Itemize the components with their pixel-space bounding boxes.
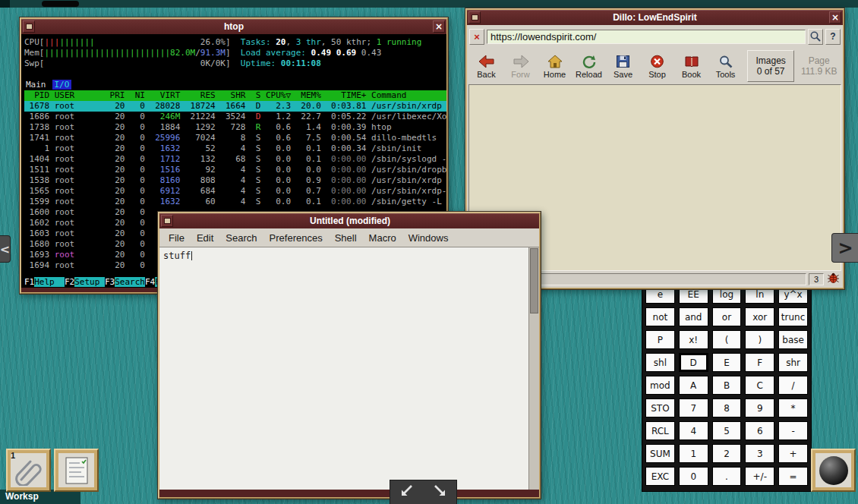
- editor-titlebar[interactable]: Untitled (modified): [159, 213, 539, 228]
- calc-key-dot[interactable]: .: [712, 467, 742, 486]
- process-row[interactable]: 1404 root 20 0 1712 132 68 S 0.0 0.1 0:0…: [24, 154, 446, 165]
- calc-key-shl[interactable]: shl: [645, 353, 675, 372]
- horizontal-scrollbar[interactable]: [159, 490, 539, 497]
- scrollbar-thumb[interactable]: [530, 248, 538, 313]
- calc-key-base[interactable]: base: [778, 330, 808, 349]
- process-row[interactable]: 1565 root 20 0 6912 684 4 S 0.0 0.7 0:00…: [24, 186, 446, 197]
- calc-key-not[interactable]: not: [645, 307, 675, 326]
- edge-scroll-right[interactable]: >: [831, 233, 858, 263]
- calc-key-2[interactable]: 2: [712, 444, 742, 463]
- process-row[interactable]: 1741 root 20 0 25996 7024 8 S 0.6 7.5 0:…: [24, 133, 446, 143]
- sphere-icon-box[interactable]: [811, 449, 856, 492]
- window-menu-button[interactable]: [161, 215, 173, 227]
- calc-key-sto[interactable]: STO: [645, 398, 675, 417]
- home-button[interactable]: Home: [538, 49, 572, 83]
- process-row[interactable]: 1 root 20 0 1632 52 4 S 0.0 0.1 0:00.34 …: [24, 143, 446, 154]
- calc-key-rcl[interactable]: RCL: [645, 421, 675, 440]
- bug-meter-button[interactable]: [826, 273, 841, 286]
- arrow-down-left-icon: [399, 484, 415, 502]
- menu-windows[interactable]: Windows: [402, 231, 455, 245]
- window-menu-button[interactable]: [468, 11, 481, 24]
- calc-key-equals[interactable]: =: [778, 467, 808, 486]
- reload-button[interactable]: Reload: [572, 49, 606, 83]
- calc-key-or[interactable]: or: [712, 307, 742, 326]
- back-button[interactable]: Back: [469, 49, 503, 83]
- calc-key-3[interactable]: 3: [745, 444, 774, 463]
- process-row[interactable]: 1678 root 20 0 28028 18724 1664 D 2.3 20…: [24, 101, 446, 112]
- stop-button[interactable]: Stop: [640, 49, 674, 83]
- calc-key-0[interactable]: 0: [679, 467, 708, 486]
- calc-key-rparen[interactable]: ): [745, 330, 774, 349]
- calc-key-c[interactable]: C: [745, 376, 774, 395]
- calc-key-plusdivideminus[interactable]: +/-: [745, 467, 774, 486]
- process-row[interactable]: 1686 root 20 0 246M 21224 3524 D 1.2 22.…: [24, 112, 446, 122]
- menu-edit[interactable]: Edit: [191, 231, 219, 245]
- calc-key-e[interactable]: E: [712, 353, 742, 372]
- htop-titlebar[interactable]: htop ×: [21, 19, 446, 34]
- calc-key-5[interactable]: 5: [712, 421, 742, 440]
- shuffle-right-button[interactable]: [424, 480, 457, 504]
- calc-key-divide[interactable]: /: [778, 376, 808, 395]
- fkey-f1[interactable]: F1Help: [24, 277, 65, 287]
- images-counter[interactable]: Images 0 of 57: [747, 50, 794, 82]
- calc-key-f[interactable]: F: [745, 353, 774, 372]
- calc-key-sum[interactable]: SUM: [645, 444, 675, 463]
- calc-key-minus[interactable]: -: [778, 421, 808, 440]
- menu-preferences[interactable]: Preferences: [263, 231, 329, 245]
- calc-key-d[interactable]: D: [679, 353, 708, 372]
- calc-key-lparen[interactable]: (: [712, 330, 742, 349]
- url-input[interactable]: [487, 30, 806, 44]
- menu-shell[interactable]: Shell: [329, 231, 363, 245]
- process-row[interactable]: 1599 root 20 0 1632 60 4 S 0.0 0.1 0:00.…: [24, 197, 446, 207]
- calc-key-and[interactable]: and: [679, 307, 708, 326]
- process-row[interactable]: 1738 root 20 0 1884 1292 728 R 0.6 1.4 0…: [24, 122, 446, 133]
- arrow-down-right-icon: [431, 484, 448, 502]
- menu-file[interactable]: File: [162, 231, 191, 245]
- htop-tab-io[interactable]: I/O: [52, 80, 72, 90]
- process-row[interactable]: 1538 root 20 0 8160 808 4 S 0.0 0.9 0:00…: [24, 175, 446, 186]
- fkey-f2[interactable]: F2Setup: [65, 277, 105, 287]
- calc-key-exc[interactable]: EXC: [645, 467, 675, 486]
- calc-key-trunc[interactable]: trunc: [778, 307, 808, 326]
- save-button[interactable]: Save: [606, 49, 640, 83]
- tools-button[interactable]: Tools: [708, 49, 743, 83]
- process-row[interactable]: 1511 root 20 0 1516 92 4 S 0.0 0.0 0:00.…: [24, 165, 446, 175]
- calc-key-xor[interactable]: xor: [745, 307, 774, 326]
- menu-macro[interactable]: Macro: [363, 231, 402, 245]
- menu-search[interactable]: Search: [219, 231, 263, 245]
- images-counter-value: 0 of 57: [757, 66, 785, 77]
- search-button[interactable]: [808, 29, 823, 45]
- book-button[interactable]: Book: [674, 49, 708, 83]
- window-menu-button[interactable]: [23, 20, 35, 33]
- calc-key-mod[interactable]: mod: [645, 376, 675, 395]
- fkey-f3[interactable]: F3Search: [105, 277, 145, 287]
- notes-icon-box[interactable]: [54, 449, 99, 492]
- calc-key-times[interactable]: *: [778, 398, 808, 417]
- process-table-header[interactable]: PID USER PRI NI VIRT RES SHR S CPU%▽ MEM…: [24, 90, 446, 101]
- calc-key-4[interactable]: 4: [679, 421, 708, 440]
- calc-key-6[interactable]: 6: [745, 421, 774, 440]
- workspace-icon-box[interactable]: 1: [6, 449, 51, 492]
- calc-key-a[interactable]: A: [679, 376, 708, 395]
- taskbar-segment[interactable]: [42, 1, 79, 7]
- edge-scroll-left[interactable]: <: [0, 235, 11, 263]
- calc-key-1[interactable]: 1: [679, 444, 708, 463]
- close-button[interactable]: ×: [829, 11, 841, 24]
- calc-key-plus[interactable]: +: [778, 444, 808, 463]
- close-button[interactable]: ×: [433, 20, 445, 33]
- calc-key-xbang[interactable]: x!: [679, 330, 708, 349]
- text-area[interactable]: stuff: [159, 247, 528, 490]
- htop-tab-main[interactable]: Main: [26, 80, 46, 90]
- calc-key-b[interactable]: B: [712, 376, 742, 395]
- forw-button[interactable]: Forw: [503, 49, 538, 83]
- calc-key-7[interactable]: 7: [679, 398, 708, 417]
- calc-key-9[interactable]: 9: [745, 398, 774, 417]
- calc-key-p[interactable]: P: [645, 330, 675, 349]
- help-button[interactable]: ?: [825, 29, 841, 45]
- calc-key-8[interactable]: 8: [712, 398, 742, 417]
- calc-key-shr[interactable]: shr: [778, 353, 808, 372]
- vertical-scrollbar[interactable]: [528, 247, 539, 490]
- dillo-titlebar[interactable]: Dillo: LowEndSpirit ×: [467, 10, 843, 25]
- clear-url-button[interactable]: ×: [469, 29, 484, 45]
- shuffle-left-button[interactable]: [390, 480, 424, 504]
